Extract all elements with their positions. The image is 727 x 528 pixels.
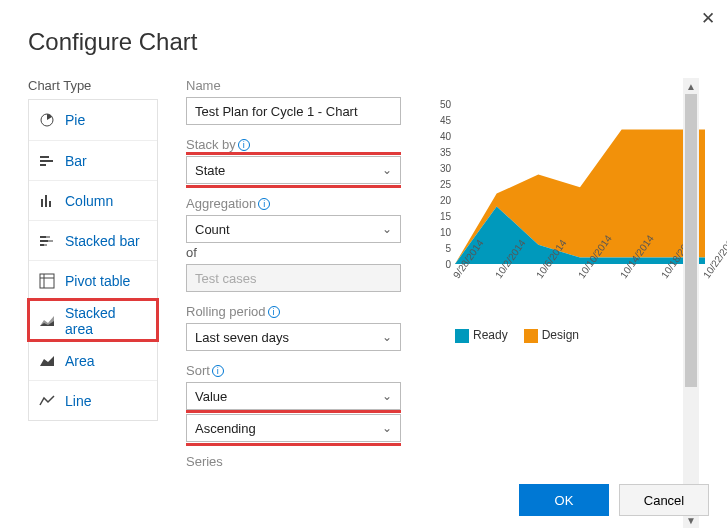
close-icon[interactable]: ✕	[701, 10, 715, 27]
y-tick: 20	[440, 195, 451, 206]
svg-rect-8	[46, 236, 50, 238]
stacked-bar-icon	[39, 233, 55, 249]
y-tick: 15	[440, 211, 451, 222]
sort-dir-value: Ascending	[195, 421, 256, 436]
chart-type-bar[interactable]: Bar	[29, 140, 157, 180]
info-icon[interactable]: i	[258, 198, 270, 210]
chart-type-list: Pie Bar Column Stacked bar Pivot table	[28, 99, 158, 421]
chart-type-stacked-area[interactable]: Stacked area	[29, 300, 157, 340]
legend-label-design: Design	[542, 328, 579, 342]
chevron-down-icon: ⌄	[382, 421, 392, 435]
rolling-period-value: Last seven days	[195, 330, 289, 345]
legend-swatch-ready	[455, 329, 469, 343]
ok-button[interactable]: OK	[519, 484, 609, 516]
chart-type-line[interactable]: Line	[29, 380, 157, 420]
aggregation-select[interactable]: Count⌄	[186, 215, 401, 243]
chart-type-pivot-table[interactable]: Pivot table	[29, 260, 157, 300]
info-icon[interactable]: i	[238, 139, 250, 151]
chart-legend: Ready Design	[455, 328, 579, 343]
cancel-button[interactable]: Cancel	[619, 484, 709, 516]
svg-rect-2	[40, 160, 53, 162]
chart-type-bar-label: Bar	[65, 153, 87, 169]
svg-rect-11	[40, 244, 44, 246]
of-field-input: Test cases	[186, 264, 401, 292]
chevron-down-icon: ⌄	[382, 389, 392, 403]
y-tick: 30	[440, 163, 451, 174]
aggregation-value: Count	[195, 222, 230, 237]
sort-label: Sorti	[186, 363, 401, 378]
chart-type-stacked-bar-label: Stacked bar	[65, 233, 140, 249]
chart-type-column-label: Column	[65, 193, 113, 209]
y-tick: 50	[440, 99, 451, 110]
name-input[interactable]: Test Plan for Cycle 1 - Chart	[186, 97, 401, 125]
legend-swatch-design	[524, 329, 538, 343]
chart-type-stacked-bar[interactable]: Stacked bar	[29, 220, 157, 260]
y-tick: 0	[445, 259, 451, 270]
info-icon[interactable]: i	[268, 306, 280, 318]
stack-by-value: State	[195, 163, 225, 178]
chart-preview: 05101520253035404550 9/28/201410/2/20141…	[429, 104, 677, 364]
name-label: Name	[186, 78, 401, 93]
svg-rect-4	[41, 199, 43, 207]
y-tick: 40	[440, 131, 451, 142]
stack-by-label: Stack byi	[186, 137, 401, 152]
svg-rect-7	[40, 236, 46, 238]
pie-icon	[39, 112, 55, 128]
chart-type-label: Chart Type	[28, 78, 158, 93]
ok-button-label: OK	[555, 493, 574, 508]
chart-type-pie[interactable]: Pie	[29, 100, 157, 140]
chart-type-line-label: Line	[65, 393, 91, 409]
svg-rect-3	[40, 164, 46, 166]
cancel-button-label: Cancel	[644, 493, 684, 508]
rolling-period-select[interactable]: Last seven days⌄	[186, 323, 401, 351]
of-field-value: Test cases	[195, 271, 256, 286]
y-tick: 5	[445, 243, 451, 254]
y-tick: 45	[440, 115, 451, 126]
svg-rect-12	[44, 244, 47, 246]
chevron-down-icon: ⌄	[382, 163, 392, 177]
name-input-value: Test Plan for Cycle 1 - Chart	[195, 104, 358, 119]
svg-rect-13	[40, 274, 54, 288]
scroll-up-icon[interactable]: ▲	[683, 78, 699, 94]
svg-rect-10	[48, 240, 53, 242]
chart-type-area-label: Area	[65, 353, 95, 369]
sort-by-select[interactable]: Value⌄	[186, 382, 401, 410]
stack-by-select[interactable]: State⌄	[186, 156, 401, 184]
legend-label-ready: Ready	[473, 328, 508, 342]
rolling-period-label: Rolling periodi	[186, 304, 401, 319]
y-tick: 25	[440, 179, 451, 190]
chevron-down-icon: ⌄	[382, 222, 392, 236]
scrollbar[interactable]: ▲ ▼	[683, 78, 699, 528]
sort-by-value: Value	[195, 389, 227, 404]
info-icon[interactable]: i	[212, 365, 224, 377]
svg-rect-5	[45, 195, 47, 207]
chart-type-stacked-area-label: Stacked area	[65, 305, 147, 337]
sort-dir-select[interactable]: Ascending⌄	[186, 414, 401, 442]
chevron-down-icon: ⌄	[382, 330, 392, 344]
svg-rect-6	[49, 201, 51, 207]
chart-type-pivot-table-label: Pivot table	[65, 273, 130, 289]
scroll-thumb[interactable]	[685, 94, 697, 387]
stacked-area-icon	[39, 313, 55, 329]
area-icon	[39, 353, 55, 369]
series-label: Series	[186, 454, 401, 469]
scroll-track[interactable]	[683, 94, 699, 512]
line-icon	[39, 393, 55, 409]
dialog-title: Configure Chart	[28, 28, 699, 56]
chart-type-column[interactable]: Column	[29, 180, 157, 220]
pivot-table-icon	[39, 273, 55, 289]
svg-rect-9	[40, 240, 48, 242]
chart-type-pie-label: Pie	[65, 112, 85, 128]
y-tick: 35	[440, 147, 451, 158]
y-tick: 10	[440, 227, 451, 238]
bar-icon	[39, 153, 55, 169]
aggregation-label: Aggregationi	[186, 196, 401, 211]
column-icon	[39, 193, 55, 209]
chart-type-area[interactable]: Area	[29, 340, 157, 380]
svg-rect-1	[40, 156, 49, 158]
of-label: of	[186, 245, 401, 260]
